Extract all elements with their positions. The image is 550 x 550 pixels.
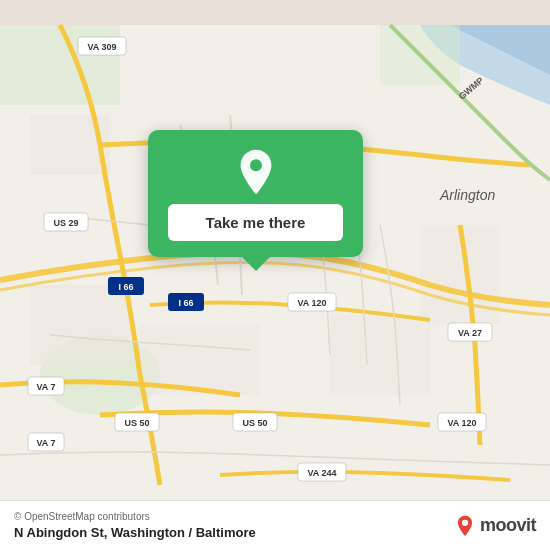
svg-point-38	[462, 519, 468, 525]
moovit-pin-icon	[454, 515, 476, 537]
svg-text:VA 120: VA 120	[297, 298, 326, 308]
svg-text:I 66: I 66	[118, 282, 133, 292]
location-popup: Take me there	[148, 130, 363, 257]
moovit-logo: moovit	[454, 515, 536, 537]
svg-text:VA 120: VA 120	[447, 418, 476, 428]
svg-text:VA 7: VA 7	[36, 438, 55, 448]
svg-text:US 50: US 50	[124, 418, 149, 428]
svg-text:VA 244: VA 244	[307, 468, 336, 478]
svg-text:US 29: US 29	[53, 218, 78, 228]
svg-point-37	[250, 159, 262, 171]
pin-icon	[232, 148, 280, 196]
svg-text:VA 309: VA 309	[87, 42, 116, 52]
moovit-brand-text: moovit	[480, 515, 536, 536]
svg-text:I 66: I 66	[178, 298, 193, 308]
bottom-left-info: © OpenStreetMap contributors N Abingdon …	[14, 511, 256, 540]
attribution-text: © OpenStreetMap contributors	[14, 511, 256, 522]
bottom-bar: © OpenStreetMap contributors N Abingdon …	[0, 500, 550, 550]
svg-text:VA 7: VA 7	[36, 382, 55, 392]
map-background: VA 309 VA 120 US 29 I 66 I 66 VA 120 VA …	[0, 0, 550, 550]
map-container: VA 309 VA 120 US 29 I 66 I 66 VA 120 VA …	[0, 0, 550, 550]
svg-rect-5	[30, 285, 130, 365]
take-me-there-button[interactable]: Take me there	[168, 204, 343, 241]
location-title: N Abingdon St, Washington / Baltimore	[14, 525, 256, 540]
svg-text:Arlington: Arlington	[439, 187, 495, 203]
svg-rect-7	[330, 315, 430, 395]
svg-text:VA 27: VA 27	[458, 328, 482, 338]
svg-text:US 50: US 50	[242, 418, 267, 428]
